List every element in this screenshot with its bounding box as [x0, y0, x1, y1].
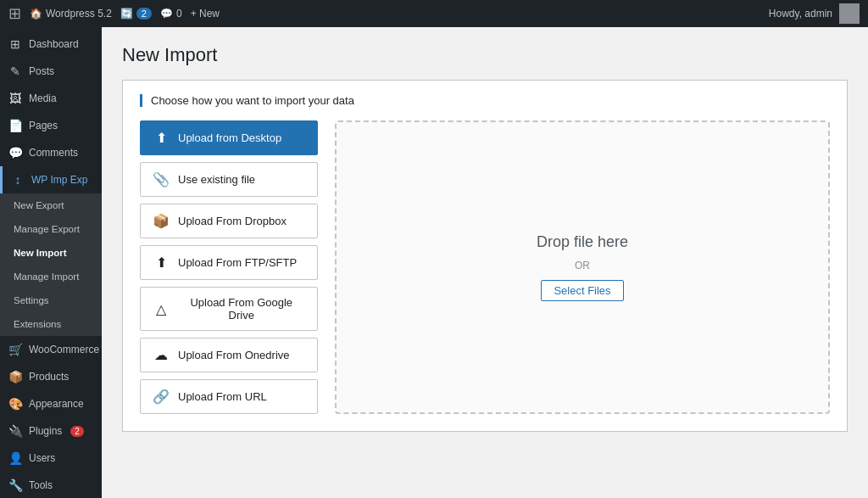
option-label: Upload From Onedrive	[178, 349, 290, 361]
option-upload-url[interactable]: 🔗 Upload From URL	[140, 379, 318, 414]
comments-count[interactable]: 💬 0	[160, 8, 182, 20]
wpimp-submenu: New Export Manage Export New Import Mana…	[0, 193, 102, 336]
sidebar-item-media[interactable]: 🖼 Media	[0, 85, 102, 112]
sidebar-label: Pages	[29, 120, 58, 131]
wpimp-icon: ↕	[11, 173, 25, 187]
import-card: Choose how you want to import your data …	[122, 80, 848, 432]
sidebar-item-new-import[interactable]: New Import	[0, 241, 102, 265]
option-label: Upload From Google Drive	[177, 296, 305, 322]
sidebar-label: Tools	[29, 479, 53, 491]
sidebar-item-extensions[interactable]: Extensions	[0, 312, 102, 336]
url-icon: 🔗	[153, 389, 170, 405]
option-upload-onedrive[interactable]: ☁ Upload From Onedrive	[140, 338, 318, 372]
page-title: New Import	[122, 44, 848, 66]
option-label: Upload From FTP/SFTP	[178, 256, 297, 269]
sidebar-item-posts[interactable]: ✎ Posts	[0, 58, 102, 85]
sidebar-item-pages[interactable]: 📄 Pages	[0, 112, 102, 139]
ftp-icon: ⬆	[153, 255, 170, 271]
refresh-icon: 🔄	[120, 8, 133, 20]
sidebar-label: WooCommerce	[29, 344, 99, 355]
drop-zone[interactable]: Drop file here OR Select Files	[335, 120, 830, 414]
option-use-existing[interactable]: 📎 Use existing file	[140, 162, 318, 197]
top-bar: ⊞ 🏠 Wordpress 5.2 🔄 2 💬 0 + New Howdy, a…	[0, 0, 868, 27]
howdy-text: Howdy, admin	[769, 8, 832, 20]
sidebar-item-users[interactable]: 👤 Users	[0, 445, 102, 472]
comment-icon: 💬	[160, 8, 173, 20]
pages-icon: 📄	[8, 119, 22, 132]
top-bar-left: ⊞ 🏠 Wordpress 5.2 🔄 2 💬 0 + New	[8, 4, 759, 23]
woocommerce-icon: 🛒	[8, 343, 22, 356]
sidebar-label: Comments	[29, 147, 78, 159]
sidebar-label: WP Imp Exp	[31, 174, 87, 186]
option-label: Upload from Desktop	[178, 131, 281, 144]
import-body: ⬆ Upload from Desktop 📎 Use existing fil…	[140, 120, 830, 414]
select-files-button[interactable]: Select Files	[541, 280, 623, 301]
sidebar-item-dashboard[interactable]: ⊞ Dashboard	[0, 31, 102, 58]
dropbox-icon: 📦	[153, 213, 170, 229]
settings-label: Settings	[14, 295, 49, 305]
upload-desktop-icon: ⬆	[153, 130, 170, 146]
sidebar-item-new-export[interactable]: New Export	[0, 193, 102, 217]
new-export-label: New Export	[14, 200, 64, 210]
onedrive-icon: ☁	[153, 347, 170, 363]
new-button[interactable]: + New	[191, 8, 220, 20]
comments-icon: 💬	[8, 146, 22, 159]
sidebar-item-appearance[interactable]: 🎨 Appearance	[0, 390, 102, 417]
main-layout: ⊞ Dashboard ✎ Posts 🖼 Media 📄 Pages 💬 Co…	[0, 27, 868, 498]
sidebar-item-settings[interactable]: Settings	[0, 288, 102, 312]
media-icon: 🖼	[8, 92, 22, 105]
plugins-icon: 🔌	[8, 424, 22, 438]
drop-or: OR	[575, 260, 590, 271]
sidebar-item-comments[interactable]: 💬 Comments	[0, 139, 102, 166]
house-icon: 🏠	[30, 8, 42, 20]
option-upload-dropbox[interactable]: 📦 Upload From Dropbox	[140, 204, 318, 238]
site-name[interactable]: 🏠 Wordpress 5.2	[30, 8, 112, 20]
sidebar-item-wpimp[interactable]: ↕ WP Imp Exp	[0, 166, 102, 193]
drop-title: Drop file here	[537, 233, 628, 251]
updates-count[interactable]: 🔄 2	[120, 8, 152, 20]
admin-avatar	[839, 3, 860, 24]
gdrive-icon: △	[153, 301, 169, 317]
extensions-label: Extensions	[14, 319, 61, 329]
import-option-list: ⬆ Upload from Desktop 📎 Use existing fil…	[140, 120, 318, 414]
sidebar-item-tools[interactable]: 🔧 Tools	[0, 472, 102, 498]
sidebar-label: Plugins	[29, 425, 62, 437]
users-icon: 👤	[8, 451, 22, 465]
plugins-badge: 2	[70, 426, 84, 437]
new-import-label: New Import	[14, 248, 67, 258]
manage-import-label: Manage Import	[14, 271, 79, 282]
option-upload-ftp[interactable]: ⬆ Upload From FTP/SFTP	[140, 245, 318, 280]
sidebar-label: Posts	[29, 65, 54, 77]
products-icon: 📦	[8, 370, 22, 383]
sidebar-item-woocommerce[interactable]: 🛒 WooCommerce	[0, 336, 102, 363]
dashboard-icon: ⊞	[8, 37, 22, 51]
option-upload-gdrive[interactable]: △ Upload From Google Drive	[140, 287, 318, 331]
import-subtitle: Choose how you want to import your data	[140, 94, 830, 107]
option-upload-desktop[interactable]: ⬆ Upload from Desktop	[140, 120, 318, 155]
use-existing-icon: 📎	[153, 171, 170, 187]
sidebar-item-manage-import[interactable]: Manage Import	[0, 265, 102, 288]
posts-icon: ✎	[8, 64, 22, 78]
option-label: Use existing file	[178, 173, 255, 186]
sidebar-label: Dashboard	[29, 38, 79, 50]
sidebar-label: Users	[29, 452, 55, 464]
option-label: Upload From Dropbox	[178, 215, 287, 227]
manage-export-label: Manage Export	[14, 224, 80, 234]
top-bar-right: Howdy, admin	[769, 3, 860, 24]
sidebar-label: Products	[29, 371, 69, 383]
appearance-icon: 🎨	[8, 397, 22, 411]
option-label: Upload From URL	[178, 390, 267, 403]
content-area: New Import Choose how you want to import…	[102, 27, 868, 498]
tools-icon: 🔧	[8, 478, 22, 492]
sidebar-item-plugins[interactable]: 🔌 Plugins 2	[0, 417, 102, 445]
sidebar-label: Media	[29, 92, 57, 104]
sidebar-label: Appearance	[29, 398, 84, 410]
sidebar-item-manage-export[interactable]: Manage Export	[0, 217, 102, 241]
wp-logo-icon[interactable]: ⊞	[8, 4, 21, 23]
sidebar: ⊞ Dashboard ✎ Posts 🖼 Media 📄 Pages 💬 Co…	[0, 27, 102, 498]
sidebar-item-products[interactable]: 📦 Products	[0, 363, 102, 390]
